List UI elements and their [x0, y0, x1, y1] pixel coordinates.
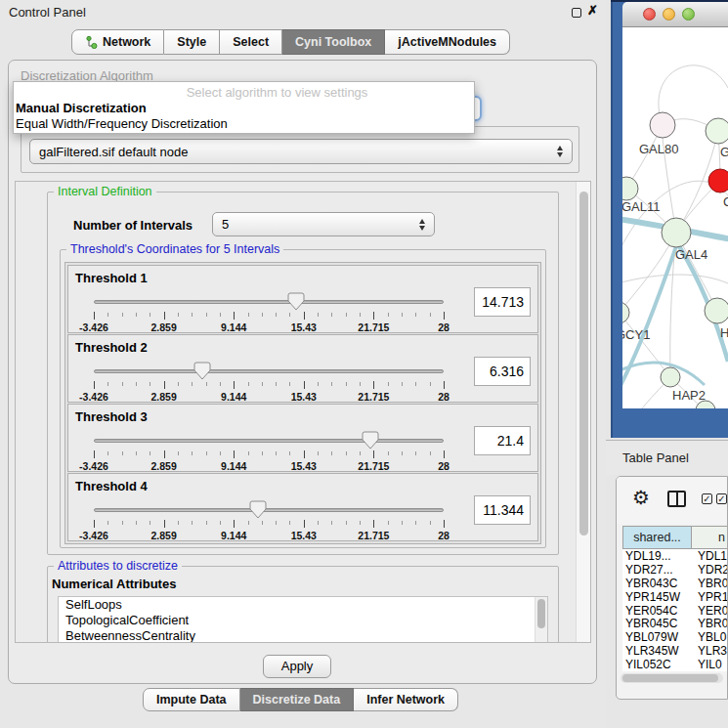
- table-row[interactable]: YBL079WYBL0: [622, 630, 728, 644]
- attribute-list-item[interactable]: SelfLoops: [59, 597, 547, 613]
- attributes-scrollbar[interactable]: [535, 597, 547, 643]
- threshold-value-field[interactable]: 6.316: [474, 357, 531, 386]
- tab-discretize-data[interactable]: Discretize Data: [240, 688, 355, 711]
- network-node[interactable]: [622, 302, 629, 323]
- table-toolbar: ⚙ ✓ ✓: [617, 477, 727, 524]
- tab-cyni-toolbox[interactable]: Cyni Toolbox: [282, 29, 385, 55]
- cell-shared-name[interactable]: YDR27...: [622, 563, 692, 577]
- network-node[interactable]: [706, 118, 728, 144]
- tab-network[interactable]: Network: [71, 29, 164, 55]
- table-row[interactable]: YDR27...YDR2: [622, 563, 728, 577]
- threshold-panel: Threshold 1-3.4262.8599.14415.4321.71528…: [67, 265, 538, 333]
- network-window-titlebar[interactable]: [622, 2, 728, 27]
- slider-track[interactable]: [94, 439, 444, 443]
- cell-shared-name[interactable]: YIL052C: [622, 658, 692, 671]
- slider-thumb-icon[interactable]: [249, 500, 267, 519]
- zoom-traffic-light-icon[interactable]: [682, 8, 695, 21]
- cell-shared-name[interactable]: YBL079W: [622, 630, 692, 644]
- tab-select[interactable]: Select: [220, 29, 282, 55]
- table-data-combobox[interactable]: galFiltered.sif default node: [29, 139, 573, 164]
- cell-name[interactable]: YPR1: [692, 590, 728, 604]
- slider-track[interactable]: [94, 300, 444, 304]
- table-panel-header: Table Panel: [606, 440, 728, 475]
- number-of-intervals-combobox[interactable]: 5: [212, 212, 435, 236]
- threshold-label: Threshold 3: [75, 409, 148, 424]
- attributes-group: Attributes to discretize Numerical Attri…: [47, 566, 559, 643]
- network-canvas[interactable]: GAL80GCGAL11GAL4GCY1HHAP2: [622, 27, 728, 408]
- column-header-shared-name[interactable]: shared...: [622, 527, 692, 548]
- dropdown-item-equal-width-frequency[interactable]: Equal Width/Frequency Discretization: [14, 116, 474, 132]
- slider-track[interactable]: [94, 369, 444, 373]
- column-header-name[interactable]: n: [692, 527, 728, 548]
- table-row[interactable]: YLR345WYLR3: [622, 644, 728, 658]
- table-row[interactable]: YER054CYER0: [622, 604, 728, 618]
- cell-name[interactable]: YBR0: [692, 617, 728, 630]
- interval-definition-group: Interval Definition Number of Intervals …: [47, 192, 559, 555]
- slider-ticks: [94, 450, 444, 458]
- thresholds-group: Threshold's Coordinates for 5 Intervals …: [60, 249, 546, 548]
- tab-impute-data[interactable]: Impute Data: [143, 688, 240, 711]
- dropdown-item-manual-discretization[interactable]: Manual Discretization: [14, 101, 474, 116]
- apply-button[interactable]: Apply: [263, 655, 331, 678]
- table-panel: ⚙ ✓ ✓ shared... n YDL19...YDL1YDR27...YD…: [616, 476, 728, 700]
- slider-track[interactable]: [94, 508, 444, 512]
- cell-shared-name[interactable]: YDL19...: [622, 549, 692, 563]
- tab-style[interactable]: Style: [164, 29, 220, 55]
- close-traffic-light-icon[interactable]: [643, 8, 656, 21]
- slider-ticks: [94, 312, 444, 320]
- network-node[interactable]: [705, 298, 728, 323]
- slider-thumb-icon[interactable]: [362, 431, 379, 450]
- threshold-value-field[interactable]: 11.344: [474, 495, 531, 525]
- threshold-value-field[interactable]: 14.713: [474, 287, 531, 317]
- tab-label: Cyni Toolbox: [295, 30, 371, 54]
- scrollbar-thumb[interactable]: [622, 674, 718, 682]
- columns-icon[interactable]: [667, 491, 686, 507]
- cell-name[interactable]: YBR0: [692, 577, 728, 590]
- slider-thumb-icon[interactable]: [287, 292, 305, 311]
- tab-label: Select: [233, 30, 269, 54]
- cell-shared-name[interactable]: YBR045C: [622, 617, 692, 630]
- cell-name[interactable]: YIL0: [692, 658, 728, 671]
- cell-name[interactable]: YBL0: [692, 630, 728, 644]
- threshold-slider[interactable]: -3.4262.8599.14415.4321.71528: [94, 430, 444, 473]
- threshold-slider[interactable]: -3.4262.8599.14415.4321.71528: [94, 499, 444, 542]
- float-window-icon[interactable]: [572, 8, 581, 18]
- table-row[interactable]: YIL052CYIL0: [622, 658, 728, 671]
- close-icon[interactable]: ✗: [587, 3, 598, 18]
- table-horizontal-scrollbar[interactable]: [621, 673, 723, 683]
- cell-shared-name[interactable]: YPR145W: [622, 590, 692, 604]
- table-row[interactable]: YDL19...YDL1: [622, 549, 728, 563]
- table-row[interactable]: YBR045CYBR0: [622, 617, 728, 630]
- minimize-traffic-light-icon[interactable]: [663, 8, 675, 21]
- settings-vertical-scrollbar[interactable]: [576, 182, 590, 642]
- threshold-slider[interactable]: -3.4262.8599.14415.4321.71528: [94, 291, 444, 334]
- cell-shared-name[interactable]: YER054C: [622, 604, 692, 618]
- tab-jactivemnodules[interactable]: jActiveMNodules: [385, 29, 510, 55]
- checkbox-icon[interactable]: ✓: [716, 493, 727, 504]
- table-row[interactable]: YBR043CYBR0: [622, 577, 728, 590]
- tab-infer-network[interactable]: Infer Network: [354, 688, 458, 711]
- network-node[interactable]: [650, 112, 675, 138]
- cell-name[interactable]: YDR2: [692, 563, 728, 577]
- network-node[interactable]: [708, 169, 728, 193]
- cell-name[interactable]: YLR3: [692, 644, 728, 658]
- threshold-slider[interactable]: -3.4262.8599.14415.4321.71528: [94, 361, 444, 404]
- threshold-value-field[interactable]: 21.4: [474, 426, 531, 455]
- slider-thumb-icon[interactable]: [193, 362, 211, 380]
- cell-name[interactable]: YER0: [692, 604, 728, 618]
- cell-name[interactable]: YDL1: [692, 549, 728, 563]
- attribute-list-item[interactable]: TopologicalCoefficient: [59, 613, 547, 628]
- network-node[interactable]: [622, 177, 638, 200]
- cell-shared-name[interactable]: YLR345W: [622, 644, 692, 658]
- scrollbar-thumb[interactable]: [537, 599, 545, 628]
- network-view-window: GAL80GCGAL11GAL4GCY1HHAP2: [611, 0, 728, 438]
- scrollbar-thumb[interactable]: [579, 192, 588, 535]
- network-node[interactable]: [661, 367, 680, 387]
- network-node[interactable]: [662, 218, 691, 247]
- gear-icon[interactable]: ⚙: [632, 486, 650, 509]
- checkbox-icon[interactable]: ✓: [702, 493, 712, 504]
- attribute-list-item[interactable]: BetweennessCentrality: [59, 628, 547, 643]
- table-row[interactable]: YPR145WYPR1: [622, 590, 728, 604]
- numerical-attributes-list[interactable]: SelfLoopsTopologicalCoefficientBetweenne…: [58, 596, 548, 643]
- cell-shared-name[interactable]: YBR043C: [622, 577, 692, 590]
